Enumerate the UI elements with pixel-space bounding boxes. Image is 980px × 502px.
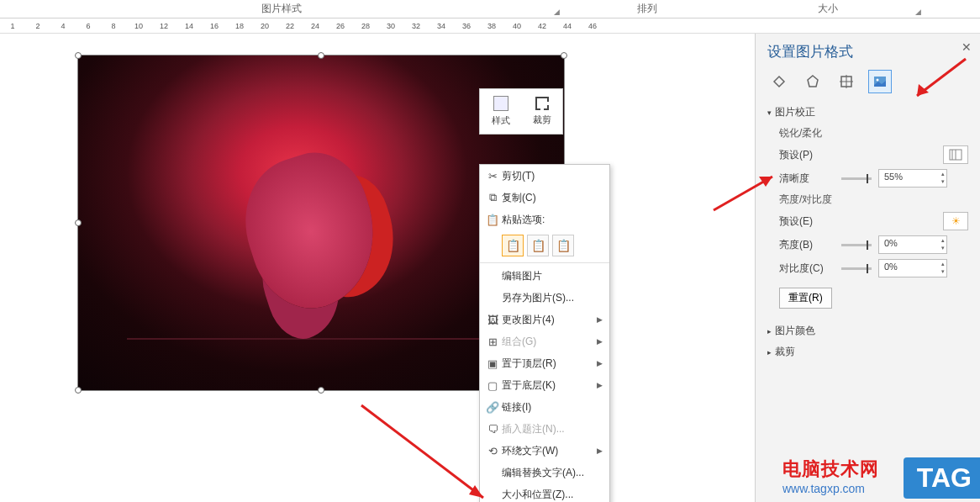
crop-icon — [535, 97, 549, 110]
contrast-slider[interactable] — [841, 267, 872, 270]
menu-cut[interactable]: ✂剪切(T) — [480, 165, 609, 187]
resize-handle[interactable] — [318, 52, 324, 59]
crop-button[interactable]: 裁剪 — [521, 89, 562, 134]
chevron-down-icon: ▾ — [767, 108, 772, 117]
mini-toolbar: 样式 裁剪 — [479, 88, 563, 135]
chevron-right-icon: ▶ — [597, 315, 603, 324]
copy-icon: ⧉ — [483, 191, 502, 204]
chevron-right-icon: ▸ — [767, 327, 772, 336]
style-icon — [493, 96, 508, 111]
label-preset-p: 预设(P) — [779, 148, 835, 162]
resize-handle[interactable] — [318, 387, 324, 394]
watermark-tag: TAG — [904, 457, 980, 499]
context-menu: ✂剪切(T) ⧉复制(C) 📋粘贴选项: 📋 📋 📋 编辑图片 另存为图片(S)… — [479, 164, 610, 502]
menu-link[interactable]: 🔗链接(I) — [480, 396, 609, 418]
ribbon-group-arrange: 排列 — [563, 0, 731, 18]
label-brightness: 亮度(B) — [779, 238, 835, 252]
watermark: 电脑技术网 www.tagxp.com — [782, 457, 879, 495]
preset-brightness-button[interactable]: ☀ — [943, 212, 968, 230]
resize-handle[interactable] — [75, 387, 82, 394]
label-contrast: 对比度(C) — [779, 262, 835, 276]
dialog-launcher-icon[interactable]: ◢ — [554, 8, 560, 16]
svg-line-0 — [361, 405, 483, 498]
change-pic-icon: 🖼 — [483, 314, 502, 326]
paste-option-2[interactable]: 📋 — [527, 235, 549, 256]
ribbon-group-picture-style: 图片样式◢ — [0, 0, 563, 18]
menu-group: ⊞组合(G)▶ — [480, 330, 609, 352]
section-picture-color[interactable]: ▸图片颜色 — [767, 324, 968, 338]
menu-bring-front[interactable]: ▣置于顶层(R)▶ — [480, 352, 609, 374]
menu-edit-picture[interactable]: 编辑图片 — [480, 265, 609, 287]
scissors-icon: ✂ — [483, 170, 502, 182]
format-picture-panel: ✕ 设置图片格式 ▾图片校正 锐化/柔化 预设(P) 清晰度 55% 亮度/对比… — [755, 34, 980, 502]
resize-handle[interactable] — [561, 52, 567, 59]
clipboard-icon: 📋 — [483, 214, 502, 226]
document-canvas[interactable]: 样式 裁剪 ✂剪切(T) ⧉复制(C) 📋粘贴选项: 📋 📋 📋 编辑图片 另存… — [0, 34, 755, 502]
svg-marker-14 — [759, 177, 772, 187]
paste-option-1[interactable]: 📋 — [502, 235, 524, 256]
menu-wrap-text[interactable]: ⟲环绕文字(W)▶ — [480, 440, 609, 462]
horizontal-ruler: 12 46 810 1214 1618 2022 2426 2830 3234 … — [0, 18, 980, 34]
label-preset-e: 预设(E) — [779, 214, 835, 229]
sun-icon: ☀ — [951, 215, 961, 227]
send-back-icon: ▢ — [483, 379, 502, 392]
section-picture-correct[interactable]: ▾图片校正 — [767, 105, 968, 119]
brightness-slider[interactable] — [841, 244, 872, 246]
svg-point-7 — [877, 79, 879, 82]
ribbon-group-size: 大小◢ — [731, 0, 925, 18]
wrap-icon: ⟲ — [483, 445, 502, 457]
group-icon: ⊞ — [483, 336, 502, 348]
contrast-spinner[interactable]: 0% — [878, 259, 947, 277]
paste-option-3[interactable]: 📋 — [552, 235, 574, 256]
caption-icon: 🗨 — [483, 423, 502, 436]
preset-sharpen-button[interactable] — [943, 145, 968, 164]
resize-handle[interactable] — [75, 52, 82, 59]
menu-size-position[interactable]: 大小和位置(Z)... — [480, 484, 609, 502]
label-sharpen-soften: 锐化/柔化 — [779, 126, 968, 140]
panel-title: 设置图片格式 — [767, 42, 968, 61]
clarity-slider[interactable] — [841, 177, 872, 180]
svg-marker-2 — [808, 76, 818, 87]
clarity-spinner[interactable]: 55% — [878, 169, 947, 188]
menu-change-picture[interactable]: 🖼更改图片(4)▶ — [480, 309, 609, 330]
menu-paste-options-label: 📋粘贴选项: — [480, 209, 609, 230]
style-button[interactable]: 样式 — [480, 89, 521, 134]
menu-edit-alt-text[interactable]: 编辑替换文字(A)... — [480, 462, 609, 484]
close-panel-button[interactable]: ✕ — [962, 40, 972, 54]
size-tab-icon[interactable] — [835, 70, 858, 93]
menu-insert-caption: 🗨插入题注(N)... — [480, 418, 609, 440]
bring-front-icon: ▣ — [483, 357, 502, 370]
fill-tab-icon[interactable] — [767, 70, 791, 93]
chevron-right-icon: ▸ — [767, 348, 772, 357]
resize-handle[interactable] — [75, 219, 82, 226]
reset-button[interactable]: 重置(R) — [779, 288, 832, 309]
link-icon: 🔗 — [483, 401, 502, 414]
dialog-launcher-icon[interactable]: ◢ — [915, 8, 921, 16]
brightness-spinner[interactable]: 0% — [878, 235, 947, 254]
menu-copy[interactable]: ⧉复制(C) — [480, 187, 609, 209]
section-crop[interactable]: ▸裁剪 — [767, 345, 968, 359]
menu-send-back[interactable]: ▢置于底层(K)▶ — [480, 374, 609, 396]
picture-tab-icon[interactable] — [868, 70, 892, 93]
menu-save-as-picture[interactable]: 另存为图片(S)... — [480, 287, 609, 309]
label-brightness-contrast: 亮度/对比度 — [779, 193, 968, 207]
label-clarity: 清晰度 — [779, 172, 835, 186]
effects-tab-icon[interactable] — [801, 70, 825, 93]
